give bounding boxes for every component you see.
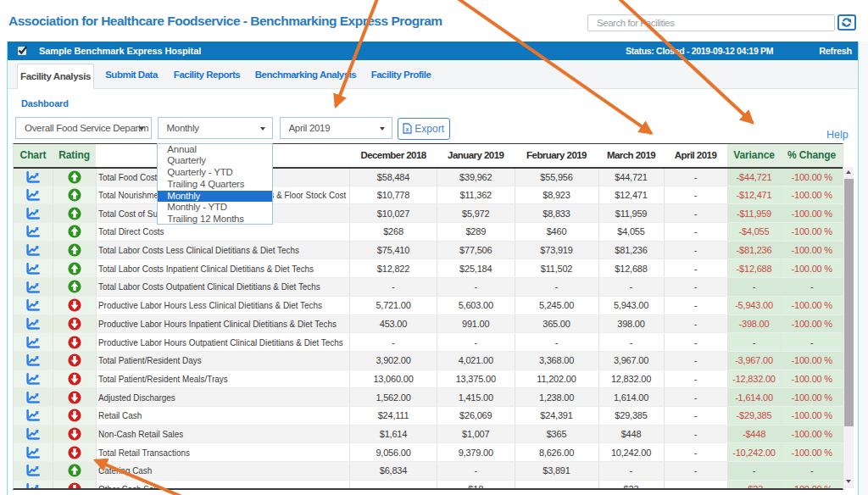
svg-text:x: x <box>406 126 409 132</box>
